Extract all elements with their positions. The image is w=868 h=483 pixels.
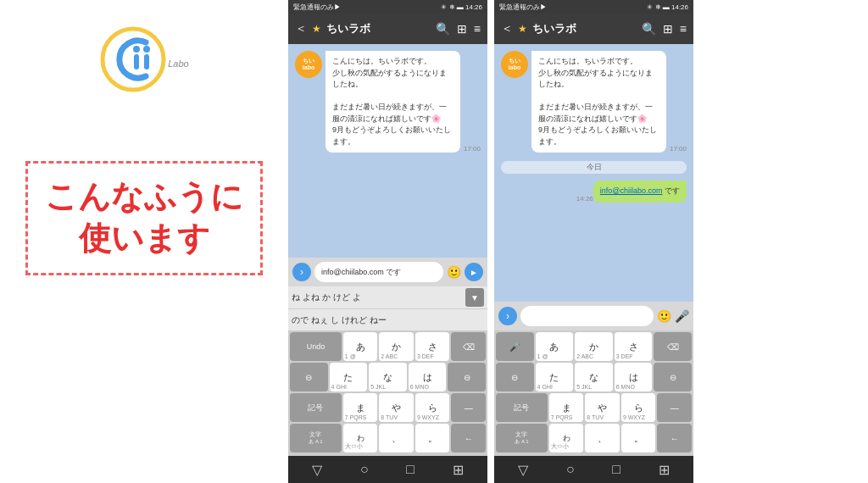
phone2-key-ya[interactable]: や8 TUV — [585, 393, 620, 422]
phone1-status-right: ✳ ❄ ▬ 14:26 — [441, 3, 482, 11]
phone1-suggest-down[interactable]: ▼ — [465, 288, 484, 307]
phone1-key-ta[interactable]: た4 GHI — [330, 363, 368, 391]
phone2: 緊急通報のみ▶ ✳ ❄ ▬ 14:26 ＜ ★ ちいラボ 🔍 ⊞ ≡ ちいlab… — [494, 0, 693, 483]
phone1-avatar: ちいlabo — [295, 51, 322, 78]
phone1-key-dash[interactable]: — — [451, 393, 486, 422]
phone2-status-right: ✳ ❄ ▬ 14:26 — [647, 3, 688, 11]
phone2-key-ra[interactable]: ら9 WXYZ — [621, 393, 656, 422]
phone2-nav-back[interactable]: ▽ — [518, 462, 528, 478]
phone1-key-a[interactable]: あ1 @ — [343, 332, 378, 361]
phone2-key-mic[interactable]: 🎤 — [496, 332, 534, 361]
phone2-key-comma[interactable]: 、 — [585, 424, 620, 452]
phone1-key-comma[interactable]: 、 — [379, 424, 414, 452]
phone1-key-sa[interactable]: さ3 DEF — [415, 332, 450, 361]
phone2-message-time: 17:00 — [670, 145, 687, 153]
phone2-chat-area: ちいlabo こんにちは。ちいラボです。 少し秋の気配がするようになりましたね。… — [494, 44, 693, 302]
phone1-suggest-shi[interactable]: し — [331, 314, 339, 326]
phone1-key-minus2[interactable]: ⊖ — [448, 363, 486, 391]
phone1-key-ma[interactable]: ま7 PQRS — [343, 393, 378, 422]
phone1-key-minus1[interactable]: ⊖ — [290, 363, 328, 391]
phone1-nav-home[interactable]: ○ — [360, 462, 369, 477]
phone2-screen: 緊急通報のみ▶ ✳ ❄ ▬ 14:26 ＜ ★ ちいラボ 🔍 ⊞ ≡ ちいlab… — [494, 0, 693, 483]
phone1-key-wa[interactable]: わ大⇔小 — [343, 424, 378, 452]
phone1-suggest-ne[interactable]: ね — [292, 291, 300, 303]
phone1-key-del[interactable]: ⌫ — [451, 332, 486, 361]
phone1-input-text: info@chiilabo.com です — [321, 267, 401, 278]
logo-area: Labo — [99, 25, 188, 93]
phone1-suggestions-2: ので ねぇ し けれど ねー — [288, 308, 487, 330]
phone1-nav-back[interactable]: ▽ — [312, 462, 322, 478]
phone2-key-ha[interactable]: は6 MNO — [615, 363, 653, 391]
phone2-menu-icon[interactable]: ≡ — [680, 22, 687, 36]
phone1-back-icon[interactable]: ＜ — [295, 21, 307, 36]
phone2-key-ka[interactable]: か2 ABC — [575, 332, 613, 361]
phone2-input-field[interactable] — [520, 306, 654, 326]
phone2-key-moji[interactable]: 文字あ A 1 — [496, 424, 548, 452]
phone1-key-na[interactable]: な5 JKL — [369, 363, 407, 391]
phone1-input-field[interactable]: info@chiilabo.com です — [314, 262, 443, 282]
phone1-emoji-icon[interactable]: 🙂 — [447, 265, 461, 279]
phone2-key-ma[interactable]: ま7 PQRS — [549, 393, 584, 422]
phone1-suggest-nee[interactable]: ねぇ — [311, 314, 328, 326]
phone1-grid-icon[interactable]: ⊞ — [457, 22, 467, 36]
phone1-key-undo[interactable]: Undo — [290, 332, 342, 361]
phone2-key-na[interactable]: な5 JKL — [575, 363, 613, 391]
phone1-suggest-yone[interactable]: よね — [303, 291, 320, 303]
phone2-key-ta[interactable]: た4 GHI — [536, 363, 574, 391]
phone2-chat-name: ちいラボ — [532, 21, 637, 36]
phone2-key-dash[interactable]: — — [657, 393, 692, 422]
phone1-key-ya[interactable]: や8 TUV — [379, 393, 414, 422]
phone1-suggest-ka[interactable]: か — [322, 291, 331, 303]
phone1-key-moji[interactable]: 文字あ A 1 — [290, 424, 342, 452]
phone1-send-button[interactable]: ► — [465, 263, 483, 281]
phone2-key-minus1[interactable]: ⊖ — [496, 363, 534, 391]
svg-point-1 — [133, 46, 140, 53]
phone2-keyboard-row3: 記号 ま7 PQRS や8 TUV ら9 WXYZ — — [496, 393, 692, 422]
phone1-menu-icon[interactable]: ≡ — [474, 22, 481, 36]
phone1-key-enter[interactable]: ← — [451, 424, 486, 452]
phone1-suggest-node[interactable]: ので — [292, 314, 309, 326]
phone2-expand-icon[interactable]: › — [498, 307, 517, 325]
phone1-key-period[interactable]: 。 — [415, 424, 450, 452]
svg-point-2 — [143, 46, 150, 53]
phone1-suggest-nee2[interactable]: ねー — [370, 314, 387, 326]
phone2-search-icon[interactable]: 🔍 — [642, 22, 656, 36]
phone1-search-icon[interactable]: 🔍 — [436, 22, 450, 36]
phone1-nav-recent[interactable]: □ — [406, 462, 415, 477]
phone2-key-a[interactable]: あ1 @ — [536, 332, 574, 361]
phone2-back-icon[interactable]: ＜ — [501, 21, 513, 36]
phone2-message-1: ちいlabo こんにちは。ちいラボです。 少し秋の気配がするようになりましたね。… — [501, 51, 687, 153]
phone1-suggest-kedo[interactable]: けど — [333, 291, 350, 303]
phone2-chat-header: ＜ ★ ちいラボ 🔍 ⊞ ≡ — [494, 14, 693, 44]
phone2-emoji-icon[interactable]: 🙂 — [657, 309, 671, 323]
phone2-key-del[interactable]: ⌫ — [654, 332, 692, 361]
phone2-input-area[interactable]: › 🙂 🎤 — [494, 302, 693, 330]
phone2-key-wa[interactable]: わ大⇔小 — [549, 424, 584, 452]
phone2-grid-icon[interactable]: ⊞ — [663, 22, 673, 36]
phone2-key-kigo[interactable]: 記号 — [496, 393, 548, 422]
phone2-key-period[interactable]: 。 — [621, 424, 656, 452]
phone1-suggest-keredo[interactable]: けれど — [342, 314, 367, 326]
phone2-link-text[interactable]: info@chiilabo.com — [600, 186, 663, 195]
phone2-key-sa[interactable]: さ3 DEF — [615, 332, 653, 361]
phone2-nav-app[interactable]: ⊞ — [659, 462, 670, 478]
phone1-key-ra[interactable]: ら9 WXYZ — [415, 393, 450, 422]
phone1-expand-icon[interactable]: › — [292, 263, 311, 281]
phone2-mic-icon[interactable]: 🎤 — [675, 309, 689, 323]
phone2-key-minus2[interactable]: ⊖ — [654, 363, 692, 391]
phone1-suggest-yo[interactable]: よ — [353, 291, 361, 303]
phone2-key-enter[interactable]: ← — [657, 424, 692, 452]
phone1-nav-app[interactable]: ⊞ — [453, 462, 464, 478]
phone1-status-left: 緊急通報のみ▶ — [293, 3, 341, 12]
phone1-key-kigo[interactable]: 記号 — [290, 393, 342, 422]
phone1-chat-header: ＜ ★ ちいラボ 🔍 ⊞ ≡ — [288, 14, 487, 44]
phone1-key-ha[interactable]: は6 MNO — [409, 363, 447, 391]
catchphrase-box: こんなふうに 使います — [25, 161, 263, 275]
phone-divider — [487, 0, 494, 483]
phone1-key-ka[interactable]: か2 ABC — [379, 332, 414, 361]
phone2-nav-home[interactable]: ○ — [566, 462, 575, 477]
phone2-nav-recent[interactable]: □ — [612, 462, 620, 477]
phone1-input-area[interactable]: › info@chiilabo.com です 🙂 ► — [288, 258, 487, 286]
phone1-header-icons: 🔍 ⊞ ≡ — [436, 22, 481, 36]
phone1-screen: 緊急通報のみ▶ ✳ ❄ ▬ 14:26 ＜ ★ ちいラボ 🔍 ⊞ ≡ ちいlab… — [288, 0, 487, 483]
